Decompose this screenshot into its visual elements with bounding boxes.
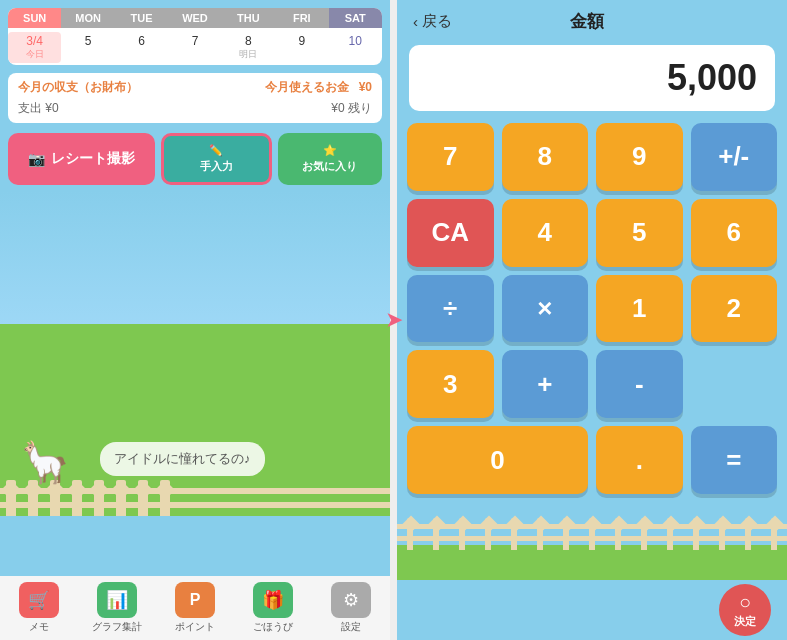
star-icon: ⭐	[323, 144, 337, 157]
tomorrow-label: 明日	[222, 48, 275, 61]
cfpost-8	[589, 518, 595, 550]
expense-label: 支出 ¥0	[18, 100, 59, 117]
cfpost-14	[745, 518, 751, 550]
manual-button[interactable]: ✏️ 手入力	[161, 133, 271, 185]
cfpost-5	[511, 518, 517, 550]
cal-cell-8[interactable]: 8 明日	[222, 32, 275, 63]
cal-cell-10[interactable]: 10	[329, 32, 382, 63]
fence-post-1	[6, 480, 16, 516]
settings-icon: ⚙	[331, 582, 371, 618]
nav-item-memo[interactable]: 🛒 メモ	[0, 582, 78, 634]
left-panel: SUN MON TUE WED THU FRI SAT 3/4 今日 5 6 7…	[0, 0, 390, 640]
income-section: 今月の収支（お財布） 今月使えるお金 ¥0 支出 ¥0 ¥0 残り	[8, 73, 382, 123]
back-button[interactable]: ‹ 戻る	[413, 12, 452, 31]
key-dot[interactable]: .	[596, 426, 683, 494]
right-panel: ‹ 戻る 金額 5,000 7 8 9 +/- CA 4 5 6 ÷ × 1 2…	[397, 0, 787, 640]
favorite-button[interactable]: ⭐ お気に入り	[278, 133, 382, 185]
calc-ground	[397, 545, 787, 580]
key-ca[interactable]: CA	[407, 199, 494, 267]
calendar-header: SUN MON TUE WED THU FRI SAT	[8, 8, 382, 28]
nav-label-settings: 設定	[341, 620, 361, 634]
fence-post-8	[160, 480, 170, 516]
key-1[interactable]: 1	[596, 275, 683, 343]
arrow-icon: ➤	[385, 307, 403, 333]
fav-label: お気に入り	[302, 159, 357, 174]
cal-header-sun: SUN	[8, 8, 61, 28]
key-3[interactable]: 3	[407, 350, 494, 418]
scene-area: 🦙 アイドルに憧れてるの♪	[0, 191, 390, 576]
today-label: 今日	[8, 48, 61, 61]
key-5[interactable]: 5	[596, 199, 683, 267]
key-plus[interactable]: +	[502, 350, 589, 418]
calc-scene	[397, 500, 787, 580]
cal-header-sat: SAT	[329, 8, 382, 28]
speech-bubble: アイドルに憧れてるの♪	[100, 442, 265, 476]
cfpost-15	[771, 518, 777, 550]
cfpost-4	[485, 518, 491, 550]
action-section: 📷 レシート撮影 ✏️ 手入力 ⭐ お気に入り	[8, 133, 382, 185]
fence-post-4	[72, 480, 82, 516]
calendar-section: SUN MON TUE WED THU FRI SAT 3/4 今日 5 6 7…	[8, 8, 382, 65]
cal-cell-5[interactable]: 5	[61, 32, 114, 63]
key-multiply[interactable]: ×	[502, 275, 589, 343]
key-4[interactable]: 4	[502, 199, 589, 267]
fence-post-5	[94, 480, 104, 516]
cal-date-8: 8	[245, 34, 252, 48]
remaining-value: ¥0 残り	[331, 100, 372, 117]
nav-label-graph: グラフ集計	[92, 620, 142, 634]
key-9[interactable]: 9	[596, 123, 683, 191]
calendar-body: 3/4 今日 5 6 7 8 明日 9 10	[8, 28, 382, 65]
manual-label: 手入力	[200, 159, 233, 174]
calc-header: ‹ 戻る 金額	[397, 0, 787, 39]
nav-item-settings[interactable]: ⚙ 設定	[312, 582, 390, 634]
income-value: 今月使えるお金 ¥0	[265, 79, 372, 96]
key-8[interactable]: 8	[502, 123, 589, 191]
camera-icon: 📷	[28, 151, 45, 167]
nav-item-reward[interactable]: 🎁 ごほうび	[234, 582, 312, 634]
key-6[interactable]: 6	[691, 199, 778, 267]
calc-fence-posts	[397, 518, 787, 550]
cal-cell-3-4[interactable]: 3/4 今日	[8, 32, 61, 63]
cfpost-10	[641, 518, 647, 550]
nav-item-point[interactable]: P ポイント	[156, 582, 234, 634]
decide-label: 決定	[734, 614, 756, 629]
display-area: 5,000	[409, 45, 775, 111]
cal-header-tue: TUE	[115, 8, 168, 28]
display-value: 5,000	[667, 57, 757, 98]
nav-item-graph[interactable]: 📊 グラフ集計	[78, 582, 156, 634]
cal-header-wed: WED	[168, 8, 221, 28]
divider: ➤	[390, 0, 397, 640]
fence-post-6	[116, 480, 126, 516]
key-equals[interactable]: =	[691, 426, 778, 494]
income-row: 今月の収支（お財布） 今月使えるお金 ¥0	[18, 79, 372, 96]
memo-icon: 🛒	[19, 582, 59, 618]
key-0[interactable]: 0	[407, 426, 588, 494]
key-minus[interactable]: -	[596, 350, 683, 418]
alpaca: 🦙	[20, 439, 70, 486]
speech-text: アイドルに憧れてるの♪	[114, 451, 251, 466]
decide-button[interactable]: ○決定	[719, 584, 771, 636]
money-label: 今月使えるお金	[265, 80, 349, 94]
receipt-button[interactable]: 📷 レシート撮影	[8, 133, 155, 185]
reward-icon: 🎁	[253, 582, 293, 618]
calc-footer: ○決定	[397, 580, 787, 640]
pencil-icon: ✏️	[209, 144, 223, 157]
key-plus-minus[interactable]: +/-	[691, 123, 778, 191]
cal-header-mon: MON	[61, 8, 114, 28]
key-divide[interactable]: ÷	[407, 275, 494, 343]
cal-date: 3/4	[26, 34, 43, 48]
back-label: 戻る	[422, 12, 452, 31]
cal-cell-7[interactable]: 7	[168, 32, 221, 63]
key-2[interactable]: 2	[691, 275, 778, 343]
key-7[interactable]: 7	[407, 123, 494, 191]
cal-cell-9[interactable]: 9	[275, 32, 328, 63]
cfpost-2	[433, 518, 439, 550]
cal-cell-6[interactable]: 6	[115, 32, 168, 63]
cfpost-3	[459, 518, 465, 550]
cal-header-thu: THU	[222, 8, 275, 28]
bottom-nav: 🛒 メモ 📊 グラフ集計 P ポイント 🎁 ごほうび ⚙ 設定	[0, 576, 390, 640]
decide-circle-icon: ○	[739, 591, 751, 614]
nav-label-point: ポイント	[175, 620, 215, 634]
income-amount: ¥0	[359, 80, 372, 94]
cfpost-1	[407, 518, 413, 550]
